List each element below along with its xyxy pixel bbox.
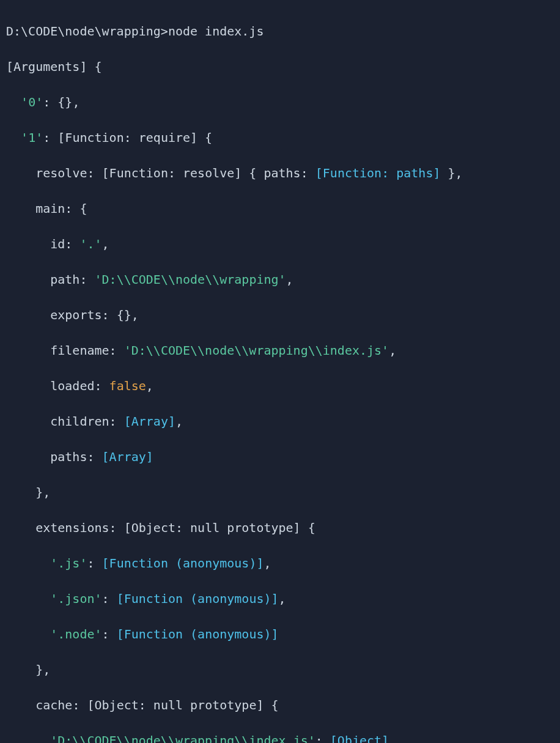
main-exports-key: exports bbox=[50, 308, 101, 322]
terminal-output: D:\CODE\node\wrapping>node index.js [Arg… bbox=[0, 0, 560, 743]
sep: : bbox=[65, 237, 79, 251]
resolve-paths-value: [Function: paths] bbox=[315, 166, 441, 180]
close-brace: }, bbox=[35, 662, 50, 677]
resolve-tail: }, bbox=[440, 166, 462, 180]
ext-node-key: '.node' bbox=[50, 627, 101, 641]
sep: : bbox=[102, 627, 117, 641]
comma: , bbox=[146, 379, 153, 393]
sep: : bbox=[95, 379, 109, 393]
main-paths-key: paths bbox=[50, 449, 87, 464]
main-children-key: children bbox=[50, 414, 109, 429]
main-id-key: id bbox=[50, 237, 65, 251]
main-loaded-key: loaded bbox=[50, 379, 94, 393]
ext-js-value: [Function (anonymous)] bbox=[102, 556, 264, 571]
main-head: : { bbox=[65, 201, 87, 216]
arg-1-head: : [Function: require] { bbox=[43, 130, 212, 145]
main-path-key: path bbox=[50, 272, 79, 287]
main-paths-value: [Array] bbox=[102, 449, 153, 464]
arguments-header: [Arguments] { bbox=[6, 59, 102, 74]
arg-0-value: : {}, bbox=[43, 95, 79, 109]
comma: , bbox=[263, 556, 271, 571]
cache-1-key: 'D:\\CODE\\node\\wrapping\\index.js' bbox=[50, 733, 315, 743]
main-loaded-value: false bbox=[109, 379, 146, 393]
extensions-head: : [Object: null prototype] { bbox=[109, 520, 315, 535]
sep: : bbox=[109, 414, 124, 429]
sep: : bbox=[79, 272, 94, 287]
main-path-value: 'D:\\CODE\\node\\wrapping' bbox=[95, 272, 286, 287]
comma: , bbox=[286, 272, 293, 287]
arg-0-key: '0' bbox=[21, 95, 43, 109]
comma: , bbox=[102, 237, 109, 251]
comma: , bbox=[389, 733, 396, 743]
cache-key: cache bbox=[35, 698, 72, 712]
main-key: main bbox=[35, 201, 65, 216]
main-exports-value: : {}, bbox=[102, 308, 139, 322]
ext-json-value: [Function (anonymous)] bbox=[117, 591, 279, 606]
sep: : bbox=[102, 591, 117, 606]
main-id-value: '.' bbox=[79, 237, 101, 251]
main-filename-value: 'D:\\CODE\\node\\wrapping\\index.js' bbox=[124, 343, 389, 358]
ext-json-key: '.json' bbox=[50, 591, 101, 606]
ext-node-value: [Function (anonymous)] bbox=[117, 627, 279, 641]
main-children-value: [Array] bbox=[124, 414, 175, 429]
sep: : bbox=[87, 449, 101, 464]
resolve-head: : [Function: resolve] { bbox=[87, 166, 263, 180]
sep: : bbox=[87, 556, 101, 571]
sep: : bbox=[109, 343, 124, 358]
sep: : bbox=[301, 166, 315, 180]
ext-js-key: '.js' bbox=[50, 556, 87, 571]
cache-head: : [Object: null prototype] { bbox=[72, 698, 278, 712]
close-brace: }, bbox=[35, 485, 50, 500]
sep: : bbox=[315, 733, 330, 743]
comma: , bbox=[175, 414, 183, 429]
cache-1-value: [Object] bbox=[330, 733, 389, 743]
comma: , bbox=[279, 591, 286, 606]
resolve-paths-key: paths bbox=[263, 166, 300, 180]
main-filename-key: filename bbox=[50, 343, 109, 358]
arg-1-key: '1' bbox=[21, 130, 43, 145]
extensions-key: extensions bbox=[35, 520, 109, 535]
resolve-key: resolve bbox=[35, 166, 87, 180]
comma: , bbox=[389, 343, 396, 358]
shell-prompt: D:\CODE\node\wrapping>node index.js bbox=[6, 24, 263, 39]
